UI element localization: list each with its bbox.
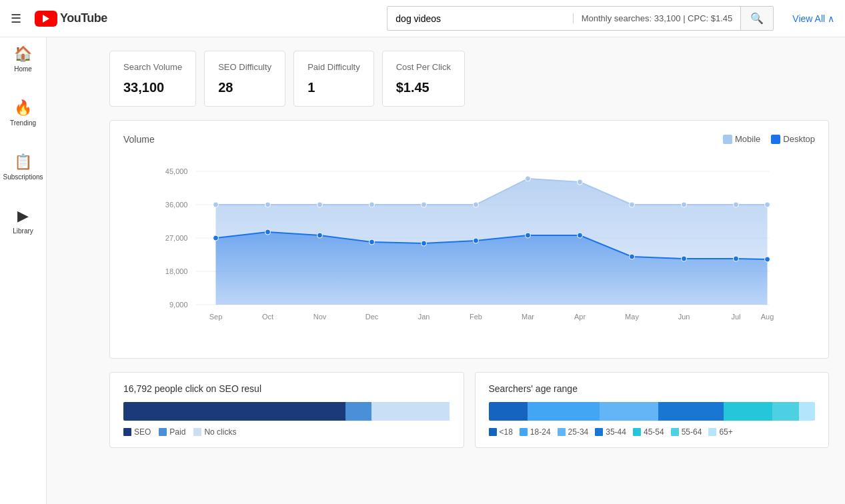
age-card: Searchers' age range <18 18-24 xyxy=(475,372,830,448)
noclick-legend-item: No clicks xyxy=(193,427,236,437)
svg-text:Apr: Apr xyxy=(574,313,586,321)
age-label-45-54: 45-54 xyxy=(644,427,664,437)
stat-card-search-volume: Search Volume 33,100 xyxy=(109,51,196,107)
noclick-legend-label: No clicks xyxy=(204,427,236,437)
svg-text:Sep: Sep xyxy=(209,313,223,321)
svg-text:Jul: Jul xyxy=(731,313,740,321)
svg-text:Dec: Dec xyxy=(365,313,379,321)
legend-desktop: Desktop xyxy=(771,134,815,144)
age-dot-35-44 xyxy=(595,428,603,436)
chart-card: Volume Mobile Desktop 45,000 36,000 27,0… xyxy=(109,120,829,359)
youtube-logo-text: YouTube xyxy=(60,11,107,25)
desktop-legend-dot xyxy=(771,135,780,144)
mobile-legend-label: Mobile xyxy=(735,134,760,144)
svg-text:Mar: Mar xyxy=(522,313,534,321)
svg-point-19 xyxy=(578,179,583,185)
svg-point-34 xyxy=(734,256,739,261)
click-bar xyxy=(123,402,450,421)
paid-bar-segment xyxy=(345,402,371,421)
age-card-title: Searchers' age range xyxy=(489,383,816,394)
age-segment-18-24 xyxy=(528,402,600,421)
age-label-35-44: 35-44 xyxy=(606,427,626,437)
svg-text:9,000: 9,000 xyxy=(169,301,188,309)
click-card-title: 16,792 people click on SEO resul xyxy=(123,383,450,394)
age-dot-55-64 xyxy=(671,428,679,436)
chart-title: Volume xyxy=(123,134,155,145)
sidebar-item-library[interactable]: ▶ Library xyxy=(0,202,46,240)
sidebar-item-trending[interactable]: 🔥 Trending xyxy=(0,94,46,132)
svg-text:36,000: 36,000 xyxy=(165,201,188,209)
age-legend: <18 18-24 25-34 35-44 45-54 xyxy=(489,427,816,437)
stat-card-paid-difficulty: Paid Difficulty 1 xyxy=(293,51,374,107)
age-label-65plus: 65+ xyxy=(719,427,732,437)
chart-header: Volume Mobile Desktop xyxy=(123,134,815,145)
stat-card-cost-per-click: Cost Per Click $1.45 xyxy=(382,51,465,107)
svg-point-24 xyxy=(213,235,219,241)
svg-point-14 xyxy=(317,202,323,207)
age-label-55-64: 55-64 xyxy=(682,427,702,437)
stats-row: Search Volume 33,100 SEO Difficulty 28 P… xyxy=(109,51,829,107)
stat-label-cost-per-click: Cost Per Click xyxy=(396,62,451,73)
svg-text:18,000: 18,000 xyxy=(165,267,188,275)
age-segment-65plus xyxy=(799,402,815,421)
youtube-logo: YouTube xyxy=(35,11,107,27)
search-stats: Monthly searches: 33,100 | CPC: $1.45 xyxy=(573,13,741,23)
sidebar-label-subscriptions: Subscriptions xyxy=(3,173,43,181)
legend-mobile: Mobile xyxy=(723,134,760,144)
stat-label-search-volume: Search Volume xyxy=(123,62,182,73)
svg-text:Aug: Aug xyxy=(761,313,774,321)
seo-legend-dot xyxy=(123,428,131,436)
svg-text:27,000: 27,000 xyxy=(165,234,188,242)
age-dot-65plus xyxy=(708,428,716,436)
svg-point-32 xyxy=(630,254,635,259)
paid-legend-item: Paid xyxy=(159,427,185,437)
age-legend-18-24: 18-24 xyxy=(520,427,551,437)
age-segment-25-34 xyxy=(600,402,658,421)
svg-text:Jun: Jun xyxy=(678,313,690,321)
stat-label-seo-difficulty: SEO Difficulty xyxy=(218,62,271,73)
library-icon: ▶ xyxy=(17,207,29,225)
seo-legend-item: SEO xyxy=(123,427,151,437)
main-content: Search Volume 33,100 SEO Difficulty 28 P… xyxy=(93,37,845,504)
age-segment-45-54 xyxy=(724,402,772,421)
chart-svg-container: 45,000 36,000 27,000 18,000 9,000 xyxy=(123,155,815,345)
svg-point-16 xyxy=(421,202,427,207)
svg-point-22 xyxy=(734,202,739,207)
svg-point-25 xyxy=(265,229,271,235)
age-segment-u18 xyxy=(489,402,528,421)
search-button[interactable]: 🔍 xyxy=(740,7,773,30)
view-all-button[interactable]: View All ∧ xyxy=(792,13,834,24)
hamburger-icon[interactable]: ☰ xyxy=(11,11,21,26)
svg-point-33 xyxy=(682,256,687,261)
age-label-18-24: 18-24 xyxy=(530,427,551,437)
svg-point-21 xyxy=(682,202,687,207)
sidebar-item-home[interactable]: 🏠 Home xyxy=(0,40,46,78)
sidebar-label-trending: Trending xyxy=(10,119,36,127)
svg-point-29 xyxy=(474,238,479,243)
age-legend-u18: <18 xyxy=(489,427,513,437)
age-dot-45-54 xyxy=(633,428,641,436)
noclick-bar-segment xyxy=(371,402,450,421)
bottom-row: 16,792 people click on SEO resul SEO Pai… xyxy=(109,372,829,448)
chart-legend: Mobile Desktop xyxy=(723,134,815,144)
svg-point-12 xyxy=(213,202,219,207)
stat-value-paid-difficulty: 1 xyxy=(307,80,360,95)
search-input[interactable] xyxy=(387,8,572,29)
stat-value-search-volume: 33,100 xyxy=(123,80,182,95)
stat-card-seo-difficulty: SEO Difficulty 28 xyxy=(204,51,285,107)
header: ☰ YouTube Monthly searches: 33,100 | CPC… xyxy=(0,0,845,37)
sidebar-item-subscriptions[interactable]: 📋 Subscriptions xyxy=(0,148,46,186)
svg-text:May: May xyxy=(625,313,639,321)
age-label-25-34: 25-34 xyxy=(568,427,589,437)
svg-point-30 xyxy=(526,233,531,238)
svg-point-18 xyxy=(526,176,531,181)
age-bar xyxy=(489,402,816,421)
stat-label-paid-difficulty: Paid Difficulty xyxy=(307,62,360,73)
svg-point-26 xyxy=(317,233,323,238)
svg-point-15 xyxy=(369,202,375,207)
stat-value-seo-difficulty: 28 xyxy=(218,80,271,95)
svg-text:Nov: Nov xyxy=(313,313,327,321)
seo-legend-label: SEO xyxy=(134,427,151,437)
age-legend-55-64: 55-64 xyxy=(671,427,702,437)
svg-text:Feb: Feb xyxy=(470,313,482,321)
